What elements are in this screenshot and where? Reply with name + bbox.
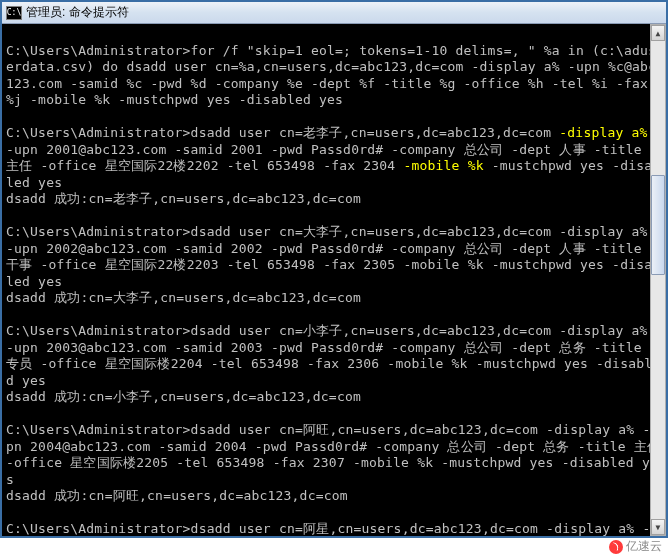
scroll-down-button[interactable]: ▼ [651,519,665,535]
terminal-line: dsadd 成功:cn=大李子,cn=users,dc=abc123,dc=co… [6,290,662,307]
terminal-line: C:\Users\Administrator>dsadd user cn=小李子… [6,323,662,389]
cmd-icon: C:\ [6,6,22,20]
watermark-text: 亿速云 [626,538,662,555]
terminal-line [6,505,662,522]
terminal-line: dsadd 成功:cn=小李子,cn=users,dc=abc123,dc=co… [6,389,662,406]
scroll-thumb[interactable] [651,175,665,275]
terminal-line [6,406,662,423]
watermark-logo-icon [609,540,623,554]
command-prompt-window: C:\ 管理员: 命令提示符 C:\Users\Administrator>fo… [0,0,668,538]
terminal-line: dsadd 成功:cn=阿旺,cn=users,dc=abc123,dc=com [6,488,662,505]
terminal-line: C:\Users\Administrator>dsadd user cn=大李子… [6,224,662,290]
terminal-line: C:\Users\Administrator>for /f "skip=1 eo… [6,43,662,109]
terminal-line [6,26,662,43]
terminal-line [6,208,662,225]
terminal-line: dsadd 成功:cn=老李子,cn=users,dc=abc123,dc=co… [6,191,662,208]
terminal-line [6,109,662,126]
terminal-line: C:\Users\Administrator>dsadd user cn=阿旺,… [6,422,662,488]
terminal-line: C:\Users\Administrator>dsadd user cn=阿星,… [6,521,662,536]
titlebar[interactable]: C:\ 管理员: 命令提示符 [2,2,666,24]
terminal-line: C:\Users\Administrator>dsadd user cn=老李子… [6,125,662,191]
watermark: 亿速云 [609,538,662,555]
scroll-up-button[interactable]: ▲ [651,25,665,41]
terminal-output[interactable]: C:\Users\Administrator>for /f "skip=1 eo… [2,24,666,536]
terminal-line [6,307,662,324]
window-title: 管理员: 命令提示符 [26,4,662,21]
vertical-scrollbar[interactable]: ▲ ▼ [650,24,666,536]
